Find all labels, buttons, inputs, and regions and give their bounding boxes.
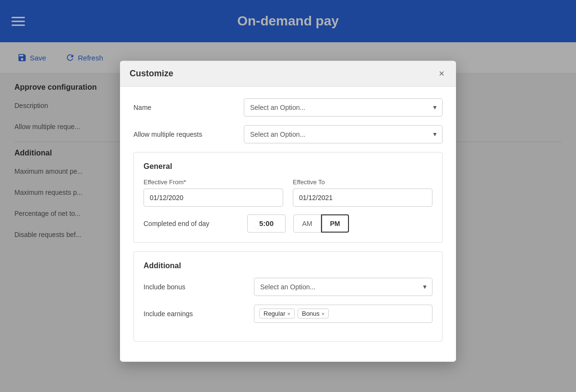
name-label: Name [133,103,234,111]
include-earnings-row: Include earnings Regular × Bonus × [144,304,432,322]
modal-close-button[interactable]: × [437,69,446,78]
name-select[interactable]: Select an Option... [244,98,443,116]
effective-to-label: Effective To [293,178,432,185]
include-bonus-select-wrapper: Select an Option... ▼ [254,277,432,296]
earnings-tags-input[interactable]: Regular × Bonus × [254,304,432,322]
time-row: Completed end of day AM PM [144,214,432,232]
completed-end-label: Completed end of day [144,219,240,227]
tag-bonus: Bonus × [298,309,329,319]
name-select-wrapper: Select an Option... ▼ [244,98,443,116]
effective-from-group: Effective From* [144,178,283,206]
modal-header: Customize × [120,60,456,86]
include-bonus-label: Include bonus [144,283,244,290]
date-row: Effective From* Effective To [144,178,432,206]
additional-section-title: Additional [144,261,432,270]
time-input[interactable] [247,214,286,232]
tag-regular-label: Regular [264,310,286,317]
am-button[interactable]: AM [293,214,321,232]
effective-to-input[interactable] [293,188,432,206]
include-bonus-row: Include bonus Select an Option... ▼ [144,277,432,296]
general-section-title: General [144,162,432,170]
include-earnings-label: Include earnings [144,309,244,317]
effective-from-label: Effective From* [144,178,283,185]
pm-button[interactable]: PM [321,214,349,232]
modal-body: Name Select an Option... ▼ Allow multipl… [120,86,456,361]
tag-bonus-close[interactable]: × [322,310,324,316]
allow-multiple-label: Allow multiple requests [133,130,234,138]
effective-to-group: Effective To [293,178,432,206]
name-row: Name Select an Option... ▼ [133,98,443,116]
customize-modal: Customize × Name Select an Option... ▼ A… [120,60,456,361]
general-section-card: General Effective From* Effective To Com… [133,152,443,242]
include-bonus-select[interactable]: Select an Option... [254,277,432,296]
effective-from-input[interactable] [144,188,283,206]
additional-section-card: Additional Include bonus Select an Optio… [133,251,443,341]
am-pm-group: AM PM [293,214,349,232]
tag-bonus-label: Bonus [302,310,320,317]
modal-title: Customize [130,68,173,78]
allow-multiple-row: Allow multiple requests Select an Option… [133,125,443,143]
tag-regular: Regular × [259,309,295,319]
tag-regular-close[interactable]: × [288,310,290,316]
allow-multiple-select[interactable]: Select an Option... [244,125,443,143]
allow-multiple-select-wrapper: Select an Option... ▼ [244,125,443,143]
